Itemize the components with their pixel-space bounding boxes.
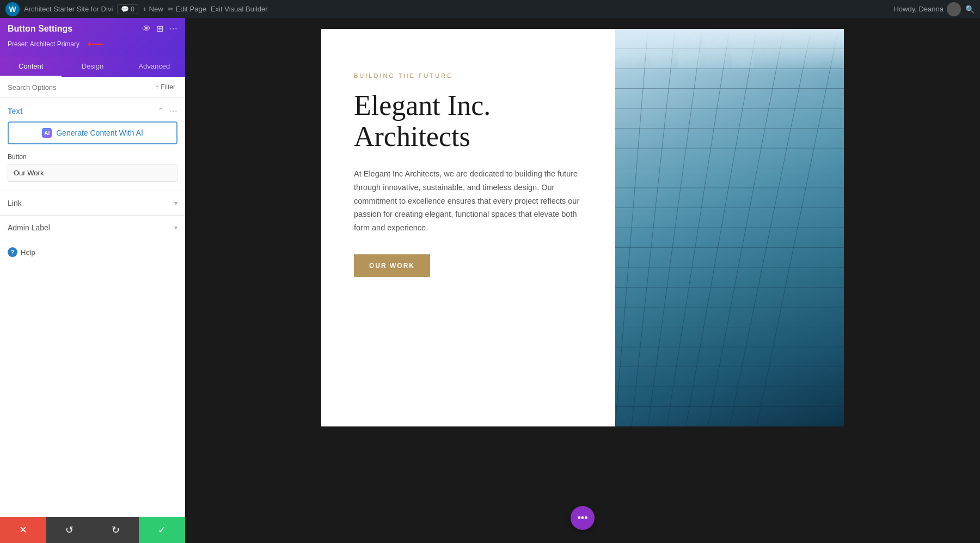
canvas-area: BUILDING THE FUTURE Elegant Inc. Archite…: [185, 18, 980, 543]
page-hero-left: BUILDING THE FUTURE Elegant Inc. Archite…: [321, 29, 615, 426]
eye-icon[interactable]: 👁: [142, 24, 151, 34]
admin-bar: W Architect Starter Site for Divi 💬 0 + …: [0, 0, 980, 18]
generate-ai-button[interactable]: AI Generate Content With AI: [8, 121, 177, 144]
button-text-input[interactable]: [8, 164, 177, 182]
page-hero-right: [615, 29, 844, 426]
our-work-button[interactable]: OUR WORK: [354, 254, 430, 277]
link-chevron-icon: ▾: [174, 199, 177, 207]
panel-header: Button Settings 👁 ⊞ ⋯ Preset: Architect …: [0, 18, 185, 57]
panel-content: Text ⌃ ⋯ AI Generate Content With AI But…: [0, 98, 185, 517]
preset-label[interactable]: Preset: Architect Primary: [8, 40, 79, 48]
more-icon[interactable]: ⋯: [169, 23, 177, 34]
pencil-icon: ✏: [168, 5, 174, 13]
user-avatar: [947, 2, 961, 16]
filter-button[interactable]: + Filter: [153, 82, 177, 92]
cancel-button[interactable]: ✕: [0, 517, 46, 543]
generate-ai-label: Generate Content With AI: [56, 129, 143, 137]
edit-page-link[interactable]: ✏ Edit Page: [168, 5, 206, 13]
layout-icon[interactable]: ⊞: [156, 23, 163, 34]
help-label: Help: [21, 248, 35, 257]
search-input[interactable]: [8, 83, 149, 91]
ai-icon-text: AI: [44, 130, 50, 136]
comment-number: 0: [131, 5, 134, 13]
admin-label-chevron-icon: ▾: [174, 224, 177, 231]
help-area[interactable]: ? Help: [0, 240, 185, 265]
main-area: Button Settings 👁 ⊞ ⋯ Preset: Architect …: [0, 18, 980, 543]
panel-footer: ✕ ↺ ↻ ✓: [0, 517, 185, 543]
link-section-header[interactable]: Link ▾: [8, 191, 177, 215]
help-icon: ?: [8, 247, 17, 257]
search-area: + Filter: [0, 77, 185, 98]
link-section: Link ▾: [0, 191, 185, 215]
help-icon-text: ?: [11, 249, 15, 255]
hero-heading: Elegant Inc. Architects: [354, 90, 588, 152]
plus-icon: +: [143, 5, 147, 13]
panel-title: Button Settings: [8, 24, 72, 34]
collapse-icon[interactable]: ⌃: [157, 106, 164, 116]
page-content: BUILDING THE FUTURE Elegant Inc. Archite…: [321, 29, 844, 426]
site-name-link[interactable]: Architect Starter Site for Divi: [24, 5, 113, 13]
tab-content[interactable]: Content: [0, 57, 62, 77]
tab-advanced[interactable]: Advanced: [124, 57, 185, 77]
admin-label-title: Admin Label: [8, 223, 50, 232]
new-label: New: [149, 5, 163, 13]
hero-tag: BUILDING THE FUTURE: [354, 72, 588, 79]
admin-label-section-header[interactable]: Admin Label ▾: [8, 216, 177, 240]
new-link[interactable]: + New: [143, 5, 163, 13]
redo-button[interactable]: ↻: [93, 517, 139, 543]
section-more-icon[interactable]: ⋯: [169, 106, 177, 116]
ai-icon: AI: [42, 128, 52, 138]
button-field-group: Button: [0, 153, 185, 191]
edit-page-label: Edit Page: [176, 5, 206, 13]
fab-button[interactable]: •••: [571, 506, 595, 530]
text-section-title: Text: [8, 107, 23, 115]
howdy-text: Howdy, Deanna: [893, 5, 944, 13]
building-image: [615, 29, 844, 426]
wp-logo-icon[interactable]: W: [5, 2, 20, 16]
comment-icon: 💬: [121, 5, 129, 13]
button-field-label: Button: [8, 153, 177, 161]
hero-body: At Elegant Inc Architects, we are dedica…: [354, 167, 583, 234]
text-section-header: Text ⌃ ⋯: [0, 98, 185, 121]
red-arrow-indicator: ⟵: [87, 37, 105, 51]
admin-label-section: Admin Label ▾: [0, 215, 185, 240]
tab-design[interactable]: Design: [62, 57, 123, 77]
comment-count[interactable]: 💬 0: [117, 4, 138, 14]
howdy-user: Howdy, Deanna: [893, 2, 961, 16]
panel-header-icons: 👁 ⊞ ⋯: [142, 23, 177, 34]
exit-visual-builder-link[interactable]: Exit Visual Builder: [211, 5, 268, 13]
save-button[interactable]: ✓: [139, 517, 185, 543]
link-section-title: Link: [8, 199, 22, 208]
panel-tabs: Content Design Advanced: [0, 57, 185, 77]
search-icon[interactable]: 🔍: [965, 5, 975, 14]
undo-button[interactable]: ↺: [46, 517, 93, 543]
fab-dots-icon: •••: [578, 513, 588, 524]
settings-panel: Button Settings 👁 ⊞ ⋯ Preset: Architect …: [0, 18, 185, 543]
